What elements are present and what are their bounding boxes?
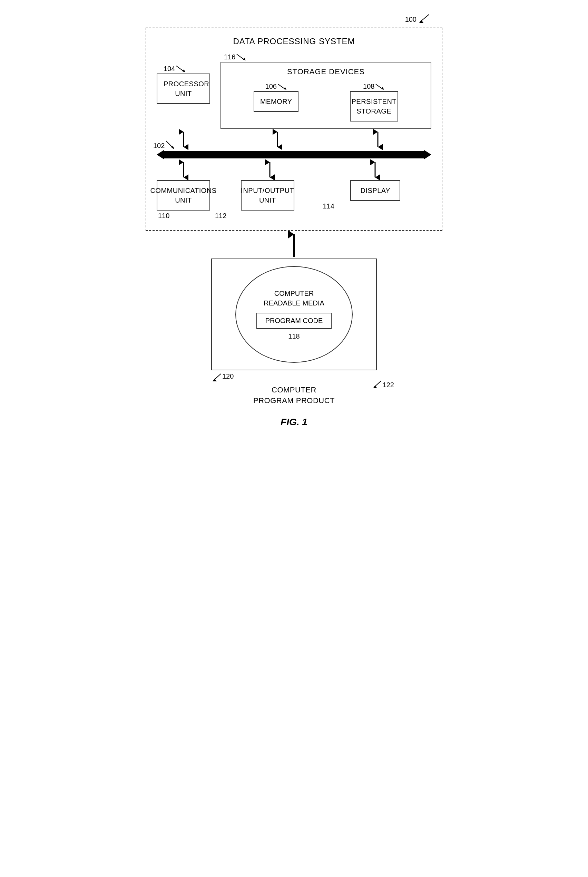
ref-102-arrow-icon (165, 140, 175, 150)
display-label: DISPLAY (361, 186, 391, 195)
svg-line-34 (214, 374, 221, 380)
memory-label: MEMORY (260, 97, 292, 106)
svg-marker-1 (419, 20, 423, 23)
comm-unit-label: COMMUNICATIONS UNIT (150, 186, 216, 205)
crm-label: COMPUTER READABLE MEDIA (264, 288, 324, 308)
memory-box: MEMORY (254, 91, 298, 112)
svg-line-19 (166, 141, 173, 148)
processor-unit-label: PROCESSOR UNIT (164, 80, 209, 97)
ref-104-arrow-icon (176, 65, 186, 73)
ref-116-arrow-icon (236, 54, 246, 61)
svg-line-6 (278, 84, 285, 89)
ref-118: 118 (288, 332, 300, 340)
ref-104: 104 (164, 65, 175, 73)
ref-106: 106 (266, 83, 277, 90)
display-bus-arrow-icon (370, 159, 380, 180)
display-box: DISPLAY (350, 180, 400, 201)
svg-line-8 (376, 84, 382, 89)
svg-line-32 (374, 381, 381, 387)
io-bus-arrow-icon (265, 159, 274, 180)
cpp-box: COMPUTER READABLE MEDIA PROGRAM CODE 118 (211, 258, 377, 370)
page: 100 DATA PROCESSING SYSTEM 104 (139, 14, 449, 428)
ref-122-arrow-icon (372, 379, 382, 389)
comm-bus-arrow-icon (179, 159, 188, 180)
program-code-box: PROGRAM CODE (256, 313, 332, 329)
svg-marker-33 (373, 386, 377, 388)
ref-112: 112 (215, 212, 226, 220)
dps-to-cpp-arrow-icon (288, 231, 300, 258)
processor-unit-box: PROCESSOR UNIT (157, 74, 210, 104)
ref-108-arrow-icon (375, 84, 385, 90)
ref-120-arrow-icon (211, 372, 222, 382)
ref-120: 120 (222, 372, 234, 380)
svg-marker-35 (213, 378, 217, 381)
svg-line-0 (421, 15, 429, 21)
persistent-bus-arrow-icon (373, 129, 382, 150)
dps-container: DATA PROCESSING SYSTEM 104 PROCESSOR UNI… (146, 28, 442, 231)
ref-100: 100 (405, 15, 417, 24)
program-code-label: PROGRAM CODE (266, 317, 323, 324)
bus-bar (164, 151, 424, 158)
persistent-storage-label: PERSISTENT STORAGE (351, 97, 396, 116)
svg-line-4 (237, 54, 244, 60)
ref-102: 102 (153, 142, 165, 150)
ref-122: 122 (382, 381, 394, 389)
fig-label: FIG. 1 (280, 417, 308, 428)
processor-bus-arrow-icon (179, 129, 188, 150)
crm-circle: COMPUTER READABLE MEDIA PROGRAM CODE 118 (236, 266, 352, 363)
bus-left-arrowhead-icon (157, 150, 164, 159)
storage-devices-title: STORAGE DEVICES (228, 67, 424, 76)
dps-title: DATA PROCESSING SYSTEM (157, 37, 431, 46)
bus-right-arrowhead-icon (424, 150, 431, 159)
cpp-label: COMPUTER PROGRAM PRODUCT (253, 386, 335, 405)
io-unit-label: INPUT/OUTPUT UNIT (241, 186, 294, 205)
svg-line-2 (176, 66, 184, 71)
persistent-storage-box: PERSISTENT STORAGE (350, 91, 398, 122)
storage-devices-box: STORAGE DEVICES 106 (220, 62, 431, 129)
ref-110: 110 (158, 212, 170, 220)
comm-unit-box: COMMUNICATIONS UNIT (157, 180, 210, 210)
io-unit-box: INPUT/OUTPUT UNIT (241, 180, 294, 210)
ref-114: 114 (323, 202, 334, 210)
ref-106-arrow-icon (278, 84, 287, 90)
memory-bus-arrow-icon (273, 129, 282, 150)
svg-marker-20 (171, 146, 174, 149)
ref-100-arrow-icon (418, 14, 430, 24)
ref-116: 116 (224, 53, 236, 61)
ref-108: 108 (363, 83, 374, 90)
